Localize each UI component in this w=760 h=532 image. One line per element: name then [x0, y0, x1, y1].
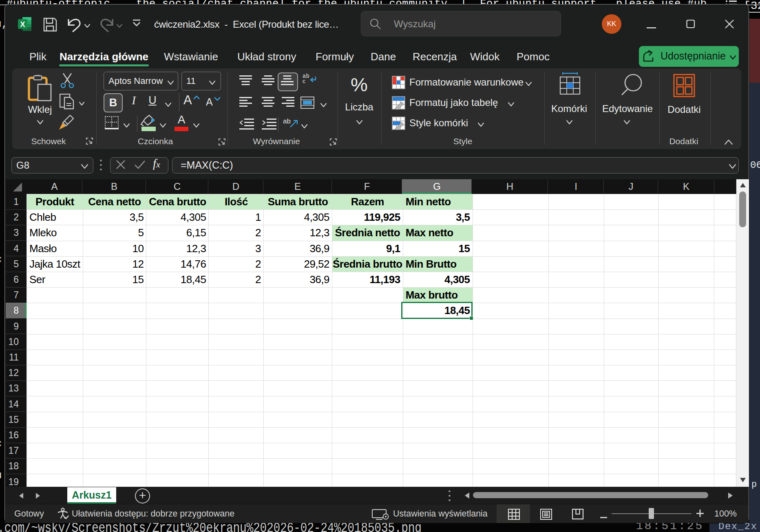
svg-text:X: X: [20, 20, 25, 29]
